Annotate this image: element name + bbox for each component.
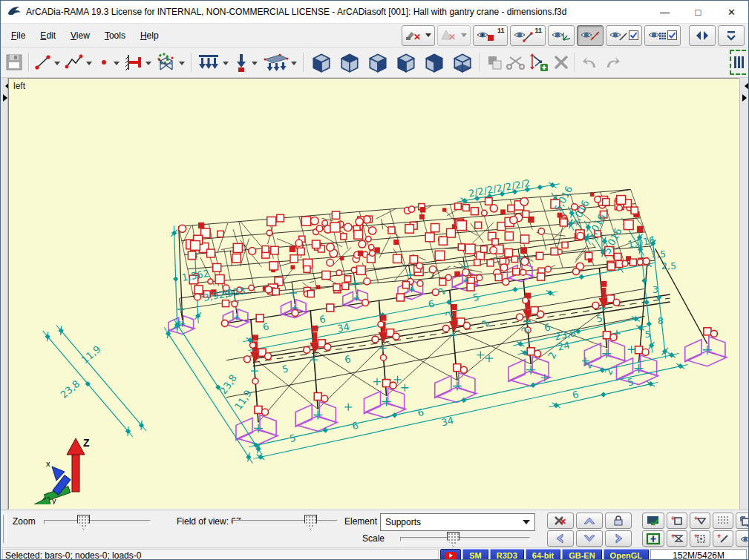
- move-up-button[interactable]: [576, 513, 603, 529]
- maximize-button[interactable]: □: [681, 1, 715, 23]
- move-down-button[interactable]: [576, 530, 603, 547]
- surface-load-button[interactable]: [261, 50, 290, 74]
- eye-axes-icon: [552, 29, 571, 42]
- dropdown-arrow-icon[interactable]: [252, 62, 258, 68]
- delete-selection-button[interactable]: ✕: [547, 513, 574, 529]
- chevron-down-icon[interactable]: [523, 520, 530, 528]
- scale-slider[interactable]: [400, 537, 530, 541]
- view-cube-right-button[interactable]: [364, 50, 392, 74]
- redo-icon: [603, 53, 622, 71]
- menu-file[interactable]: File: [4, 27, 33, 45]
- redo-button[interactable]: [601, 50, 624, 74]
- structure-generator-button[interactable]: [154, 50, 178, 74]
- draw-polyline-button[interactable]: [63, 50, 85, 74]
- dropdown-arrow-icon[interactable]: [86, 62, 92, 68]
- status-badge-64bit[interactable]: 64-bit: [526, 549, 560, 560]
- show-dimensions-button[interactable]: [577, 25, 604, 46]
- support-tool-button[interactable]: [122, 50, 145, 74]
- collapse-left-icon[interactable]: [741, 82, 749, 90]
- fov-slider[interactable]: [232, 520, 338, 524]
- distributed-load-button[interactable]: [195, 50, 222, 74]
- cone-icon: ✕: [441, 29, 457, 42]
- view-cube-bottom-button[interactable]: [448, 50, 477, 74]
- eye-bar-icon: [514, 29, 533, 42]
- status-badge-sm[interactable]: SM: [462, 549, 488, 560]
- status-badge-r3d3[interactable]: R3D3: [490, 549, 524, 560]
- dropdown-arrow-icon[interactable]: [425, 33, 431, 40]
- transform-selection-button[interactable]: [736, 513, 749, 529]
- add-area-selection-button[interactable]: +: [690, 530, 710, 547]
- menu-view[interactable]: View: [63, 27, 97, 45]
- point-load-button[interactable]: [232, 50, 251, 74]
- dropdown-arrow-icon[interactable]: [291, 62, 297, 68]
- checkbox-checked-icon[interactable]: [629, 30, 638, 40]
- cube-right-icon: [365, 51, 390, 73]
- status-badge-gb-en[interactable]: GB-EN: [562, 549, 601, 560]
- menu-help[interactable]: Help: [133, 27, 166, 45]
- panel-grip[interactable]: [3, 515, 7, 543]
- grid-snap-button[interactable]: [713, 513, 733, 529]
- minimize-button[interactable]: —: [648, 1, 681, 23]
- dimension-label: 6: [318, 314, 327, 326]
- draw-node-button[interactable]: [95, 50, 113, 74]
- axis-z-label: Z: [83, 437, 90, 449]
- zoom-slider-thumb[interactable]: [77, 515, 90, 530]
- delete-button[interactable]: [551, 50, 572, 74]
- view-cube-top-button[interactable]: [336, 50, 364, 74]
- element-dropdown[interactable]: Supports: [380, 513, 535, 531]
- move-left-button[interactable]: [547, 530, 574, 547]
- add-measure-button[interactable]: [527, 50, 551, 74]
- save-button[interactable]: [3, 50, 25, 74]
- cube-bottom-icon: [450, 51, 475, 73]
- scale-slider-thumb[interactable]: [447, 532, 459, 547]
- view-cube-back-button[interactable]: [420, 50, 448, 74]
- copy-button[interactable]: [484, 50, 505, 74]
- undo-button[interactable]: [579, 50, 601, 74]
- view-cube-left-button[interactable]: [392, 50, 420, 74]
- dropdown-arrow-icon[interactable]: [54, 62, 60, 68]
- view-cube-front-button[interactable]: [307, 50, 336, 74]
- right-pane-splitter[interactable]: [739, 78, 748, 510]
- menu-edit[interactable]: Edit: [33, 27, 63, 45]
- render-view-button[interactable]: [642, 513, 664, 529]
- fit-view-button[interactable]: [689, 25, 716, 46]
- left-pane-splitter[interactable]: [1, 78, 8, 510]
- add-bar-selection-button[interactable]: +: [713, 530, 733, 547]
- dropdown-arrow-icon[interactable]: [114, 62, 120, 68]
- model-viewport[interactable]: left 1,5623,929,92311,923,823,811,966345…: [8, 78, 739, 510]
- dropdown-arrow-icon[interactable]: [145, 62, 151, 68]
- spacer: [634, 530, 640, 547]
- show-node-numbers-button[interactable]: 11: [473, 25, 508, 46]
- dimension-label: 5: [645, 329, 651, 340]
- show-grid-toggle-button[interactable]: [644, 25, 681, 46]
- add-node-selection-button[interactable]: +: [667, 513, 687, 529]
- show-bar-numbers-button[interactable]: 11: [510, 25, 546, 46]
- draw-bar-button[interactable]: [33, 50, 53, 74]
- zoom-slider[interactable]: [44, 520, 151, 524]
- zoom-label: Zoom: [13, 516, 36, 527]
- show-axes-button[interactable]: [548, 25, 575, 46]
- view-selection-button[interactable]: [736, 530, 749, 547]
- toolbar-overflow-button[interactable]: [718, 25, 745, 46]
- hide-objects-button[interactable]: ✕: [402, 25, 435, 46]
- add-load-selection-button[interactable]: +: [667, 530, 687, 547]
- fov-slider-thumb[interactable]: [304, 515, 317, 530]
- dropdown-arrow-icon[interactable]: [179, 62, 185, 68]
- move-right-button[interactable]: [605, 530, 632, 547]
- menu-tools[interactable]: Tools: [97, 27, 133, 45]
- add-support-selection-button[interactable]: +: [690, 513, 710, 529]
- video-help-button[interactable]: [440, 549, 461, 560]
- hide-solids-button[interactable]: ✕: [437, 25, 471, 46]
- zoom-extents-button[interactable]: [642, 530, 664, 547]
- status-badge-opengl[interactable]: OpenGL: [604, 549, 649, 560]
- close-button[interactable]: ✕: [715, 1, 748, 23]
- show-bars-toggle-button[interactable]: [606, 25, 642, 46]
- expand-right-icon[interactable]: [742, 94, 749, 102]
- status-bar: Selected: bars-0; nodes-0; loads-0 SMR3D…: [1, 547, 748, 560]
- cut-button[interactable]: [505, 50, 527, 74]
- panel-toggle-button[interactable]: [730, 50, 746, 75]
- dimension-label: 5: [288, 432, 296, 444]
- checkbox-checked-icon[interactable]: [667, 30, 677, 40]
- lock-button[interactable]: [605, 513, 632, 529]
- dropdown-arrow-icon[interactable]: [223, 62, 229, 68]
